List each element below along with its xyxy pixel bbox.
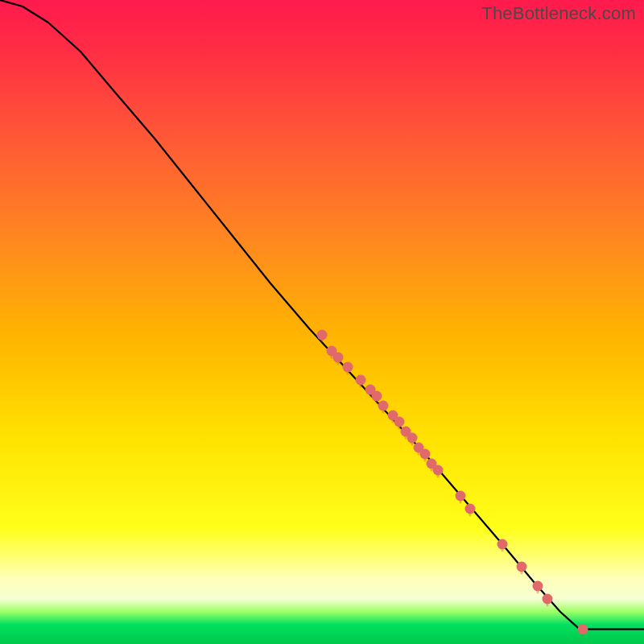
- scatter-point: [394, 417, 405, 427]
- bottleneck-curve: [0, 0, 644, 630]
- scatter-point: [533, 581, 543, 592]
- scatter-point: [420, 449, 431, 460]
- scatter-point: [343, 362, 353, 373]
- scatter-point: [372, 391, 382, 402]
- scatter-point: [333, 353, 344, 363]
- scatter-point: [433, 465, 444, 476]
- chart-overlay-svg: [0, 0, 644, 644]
- scatter-point: [317, 330, 328, 341]
- scatter-point: [356, 375, 366, 386]
- scatter-point: [517, 562, 527, 572]
- scatter-point: [456, 491, 466, 502]
- scatter-point: [407, 433, 418, 444]
- scatter-point: [497, 539, 508, 550]
- scatter-point: [543, 594, 553, 605]
- chart-root: TheBottleneck.com: [0, 0, 644, 644]
- scatter-points-group: [317, 330, 588, 636]
- scatter-point: [465, 504, 476, 514]
- scatter-point: [578, 624, 588, 634]
- scatter-point: [378, 401, 389, 411]
